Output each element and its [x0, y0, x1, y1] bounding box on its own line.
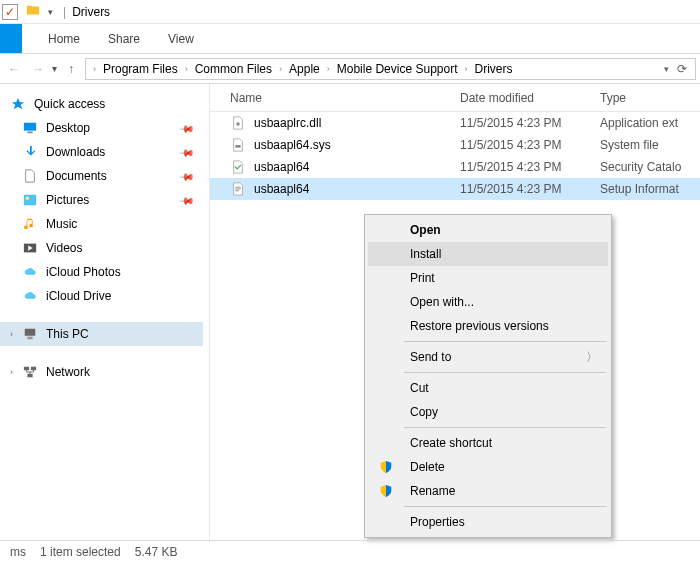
file-icon — [230, 137, 246, 153]
pin-icon: 📌 — [179, 120, 195, 136]
nav-label: Videos — [46, 241, 82, 255]
network-icon — [22, 364, 38, 380]
file-name: usbaapl64 — [254, 182, 460, 196]
ctx-install[interactable]: Install — [368, 242, 608, 266]
nav-icloud-photos[interactable]: iCloud Photos — [0, 260, 203, 284]
back-button[interactable]: ← — [4, 59, 24, 79]
file-tab[interactable] — [0, 24, 22, 53]
chevron-right-icon: › — [461, 64, 470, 74]
tab-home[interactable]: Home — [34, 24, 94, 53]
checkbox-toggle[interactable]: ✓ — [2, 4, 18, 20]
cloud-icon — [22, 264, 38, 280]
pin-icon: 📌 — [179, 168, 195, 184]
nav-this-pc[interactable]: ›This PC — [0, 322, 203, 346]
nav-label: Pictures — [46, 193, 89, 207]
recent-dropdown-icon[interactable]: ▾ — [52, 63, 57, 74]
qab-dropdown-icon[interactable]: ▾ — [48, 7, 53, 17]
nav-label: Network — [46, 365, 90, 379]
forward-button[interactable]: → — [28, 59, 48, 79]
file-icon — [230, 181, 246, 197]
breadcrumb[interactable]: › Program Files › Common Files › Apple ›… — [85, 58, 696, 80]
file-row[interactable]: usbaapl64.sys 11/5/2015 4:23 PM System f… — [210, 134, 700, 156]
videos-icon — [22, 240, 38, 256]
breadcrumb-seg[interactable]: Common Files — [191, 62, 276, 76]
nav-label: Downloads — [46, 145, 105, 159]
breadcrumb-seg[interactable]: Drivers — [470, 62, 516, 76]
svg-rect-7 — [24, 367, 29, 371]
shield-icon — [378, 459, 394, 475]
ctx-label: Copy — [410, 405, 438, 419]
file-type: Application ext — [600, 116, 700, 130]
breadcrumb-seg[interactable]: Apple — [285, 62, 324, 76]
nav-videos[interactable]: Videos — [0, 236, 203, 260]
file-row[interactable]: usbaapl64 11/5/2015 4:23 PM Setup Inform… — [210, 178, 700, 200]
chevron-right-icon: › — [182, 64, 191, 74]
ctx-separator — [404, 427, 606, 428]
nav-documents[interactable]: Documents📌 — [0, 164, 203, 188]
chevron-right-icon: 〉 — [586, 349, 598, 366]
svg-rect-2 — [24, 195, 36, 206]
folder-icon — [26, 3, 40, 20]
ctx-send-to[interactable]: Send to〉 — [368, 345, 608, 369]
col-name[interactable]: Name — [230, 91, 460, 105]
chevron-right-icon: › — [10, 329, 20, 339]
status-size: 5.47 KB — [135, 545, 178, 559]
svg-rect-5 — [25, 329, 36, 336]
ctx-label: Print — [410, 271, 435, 285]
ctx-label: Send to — [410, 350, 451, 364]
ctx-properties[interactable]: Properties — [368, 510, 608, 534]
nav-label: iCloud Photos — [46, 265, 121, 279]
nav-network[interactable]: ›Network — [0, 360, 203, 384]
status-items: ms — [10, 545, 26, 559]
ctx-create-shortcut[interactable]: Create shortcut — [368, 431, 608, 455]
breadcrumb-seg[interactable]: Mobile Device Support — [333, 62, 462, 76]
downloads-icon — [22, 144, 38, 160]
col-type[interactable]: Type — [600, 91, 700, 105]
ctx-copy[interactable]: Copy — [368, 400, 608, 424]
svg-rect-9 — [27, 374, 32, 378]
pin-icon: 📌 — [179, 144, 195, 160]
file-type: Security Catalo — [600, 160, 700, 174]
ctx-label: Rename — [410, 484, 455, 498]
nav-pictures[interactable]: Pictures📌 — [0, 188, 203, 212]
ctx-print[interactable]: Print — [368, 266, 608, 290]
music-icon — [22, 216, 38, 232]
up-button[interactable]: ↑ — [61, 59, 81, 79]
tab-share[interactable]: Share — [94, 24, 154, 53]
tab-view[interactable]: View — [154, 24, 208, 53]
file-row[interactable]: usbaaplrc.dll 11/5/2015 4:23 PM Applicat… — [210, 112, 700, 134]
pc-icon — [22, 326, 38, 342]
ctx-label: Create shortcut — [410, 436, 492, 450]
ctx-delete[interactable]: Delete — [368, 455, 608, 479]
ctx-cut[interactable]: Cut — [368, 376, 608, 400]
svg-rect-8 — [31, 367, 36, 371]
ctx-restore[interactable]: Restore previous versions — [368, 314, 608, 338]
pin-icon: 📌 — [179, 192, 195, 208]
ctx-separator — [404, 372, 606, 373]
title-separator: | — [63, 5, 66, 19]
nav-music[interactable]: Music — [0, 212, 203, 236]
nav-pane: Quick access Desktop📌 Downloads📌 Documen… — [0, 84, 210, 542]
ctx-separator — [404, 341, 606, 342]
ctx-label: Delete — [410, 460, 445, 474]
breadcrumb-seg[interactable]: Program Files — [99, 62, 182, 76]
nav-label: Desktop — [46, 121, 90, 135]
ctx-open-with[interactable]: Open with... — [368, 290, 608, 314]
nav-icloud-drive[interactable]: iCloud Drive — [0, 284, 203, 308]
col-date[interactable]: Date modified — [460, 91, 600, 105]
ctx-rename[interactable]: Rename — [368, 479, 608, 503]
address-bar: ← → ▾ ↑ › Program Files › Common Files ›… — [0, 54, 700, 84]
window-title: Drivers — [72, 5, 110, 19]
ctx-open[interactable]: Open — [368, 218, 608, 242]
nav-desktop[interactable]: Desktop📌 — [0, 116, 203, 140]
chevron-right-icon: › — [10, 367, 20, 377]
ctx-separator — [404, 506, 606, 507]
file-row[interactable]: usbaapl64 11/5/2015 4:23 PM Security Cat… — [210, 156, 700, 178]
star-icon — [10, 96, 26, 112]
nav-downloads[interactable]: Downloads📌 — [0, 140, 203, 164]
nav-quick-access[interactable]: Quick access — [0, 92, 203, 116]
chevron-down-icon[interactable]: ▾ — [664, 64, 669, 74]
nav-label: Quick access — [34, 97, 105, 111]
file-date: 11/5/2015 4:23 PM — [460, 116, 600, 130]
refresh-icon[interactable]: ⟳ — [677, 62, 687, 76]
